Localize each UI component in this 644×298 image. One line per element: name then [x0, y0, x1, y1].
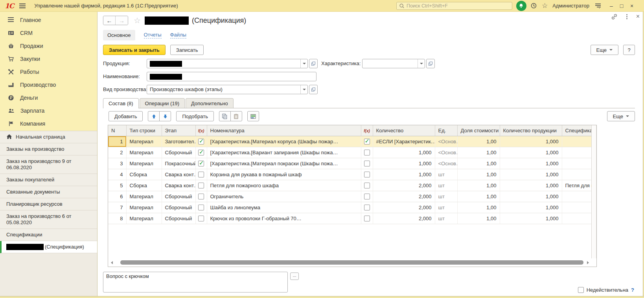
close-window-button[interactable]: × [627, 3, 637, 9]
formula-checkbox[interactable] [364, 172, 370, 177]
cell-formula-flag[interactable] [195, 158, 207, 169]
table-more-button[interactable]: Еще [607, 111, 635, 121]
cell-formula-flag-2[interactable] [361, 191, 373, 202]
cell-formula-flag-2[interactable] [361, 169, 373, 180]
history-button[interactable] [530, 2, 537, 9]
cell-nomenclature[interactable]: [Характеристика.[Вариант запирания (Шкаф… [207, 147, 361, 158]
help-button[interactable]: ? [623, 45, 635, 55]
cell-product-quantity[interactable]: 1,000 [500, 180, 562, 191]
cell-cost-share[interactable]: 1,00 [457, 191, 500, 202]
cell-cost-share[interactable]: 1,00 [457, 158, 500, 169]
service-menu-button[interactable] [595, 3, 602, 9]
formula-checkbox[interactable] [364, 194, 370, 199]
cell-unit[interactable]: шт [435, 180, 457, 191]
cell-n[interactable]: 6 [108, 191, 126, 202]
main-menu-icon[interactable] [19, 4, 26, 8]
formula-checkbox[interactable] [198, 194, 204, 199]
cell-unit[interactable]: шт [435, 213, 457, 224]
cell-formula-flag[interactable] [195, 180, 207, 191]
cell-formula-flag-2[interactable] [361, 136, 373, 147]
cell-stage[interactable]: Сварка конт… [162, 180, 195, 191]
cell-formula-flag[interactable] [195, 136, 207, 147]
scroll-left-icon[interactable] [111, 261, 113, 264]
tab-composition[interactable]: Состав (8) [103, 98, 139, 108]
col-cost-share[interactable]: Доля стоимости [457, 125, 500, 136]
notifications-button[interactable] [516, 1, 526, 11]
nav-home[interactable]: Начальная страница [0, 131, 97, 143]
cell-quantity[interactable]: 2,000 [373, 213, 435, 224]
cell-unit[interactable]: шт [435, 202, 457, 213]
formula-checkbox[interactable] [364, 161, 370, 166]
formula-checkbox[interactable] [364, 205, 370, 210]
nav-resource-planner[interactable]: Планировщик ресурсов [0, 198, 97, 210]
formula-checkbox[interactable] [198, 205, 204, 210]
product-open-button[interactable] [309, 59, 318, 68]
cell-stage[interactable]: Покрасочный [162, 158, 195, 169]
cell-quantity[interactable]: 2,000 [373, 191, 435, 202]
comment-more-button[interactable]: ... [290, 272, 299, 280]
scroll-right-icon[interactable] [587, 261, 589, 264]
cell-formula-flag-2[interactable] [361, 213, 373, 224]
comment-input[interactable]: Вопрос с крючком [103, 272, 288, 293]
copy-button[interactable] [219, 111, 231, 121]
cell-nomenclature[interactable]: Крючок из проволоки Г-образный 70… [207, 213, 361, 224]
paste-button[interactable] [230, 111, 242, 121]
forward-button[interactable]: → [116, 16, 128, 25]
cell-formula-flag[interactable] [195, 191, 207, 202]
cell-nomenclature[interactable]: Ограничитель [207, 191, 361, 202]
favorites-button[interactable]: ☆ [542, 2, 548, 10]
col-unit[interactable]: Ед. [435, 125, 457, 136]
characteristic-open-button[interactable] [426, 59, 435, 68]
formula-checkbox[interactable] [198, 183, 204, 188]
formula-checkbox[interactable] [364, 139, 370, 144]
cell-nomenclature[interactable]: [Характеристика.[Материал корпуса (Шкафы… [207, 136, 361, 147]
cell-n[interactable]: 5 [108, 180, 126, 191]
invalid-checkbox[interactable] [578, 287, 584, 293]
cell-n[interactable]: 2 [108, 147, 126, 158]
tab-main[interactable]: Основное [103, 30, 135, 40]
nav-production-order-6[interactable]: Заказ на производство 6 от 05.08.2020 [0, 210, 97, 229]
sidebar-section-crm[interactable]: CRM [0, 26, 97, 39]
sidebar-section-sales[interactable]: Продажи [0, 39, 97, 52]
cell-product-quantity[interactable]: 1,000 [500, 213, 562, 224]
cell-n[interactable]: 8 [108, 213, 126, 224]
vertical-scrollbar[interactable] [591, 125, 596, 258]
table-row[interactable]: 6 Материал Сборочный Ограничитель 2,000 … [108, 191, 597, 202]
nav-current-specification[interactable]: (Спецификация) [0, 241, 97, 253]
formula-checkbox[interactable] [364, 183, 370, 188]
cell-formula-flag-2[interactable] [361, 180, 373, 191]
cell-row-type[interactable]: Материал [126, 158, 162, 169]
cell-quantity[interactable]: 1,000 [373, 158, 435, 169]
cell-quantity[interactable]: #ЕСЛИ [Характеристик… [373, 136, 435, 147]
cell-row-type[interactable]: Материал [126, 202, 162, 213]
cell-cost-share[interactable]: 1,00 [457, 180, 500, 191]
formula-checkbox[interactable] [364, 150, 370, 155]
invalid-help-link[interactable]: ? [631, 287, 634, 293]
col-row-type[interactable]: Тип строки [126, 125, 162, 136]
cell-product-quantity[interactable]: 1,000 [500, 202, 562, 213]
cell-unit[interactable]: шт [435, 191, 457, 202]
sidebar-section-main[interactable]: Главное [0, 13, 97, 26]
cell-cost-share[interactable]: 1,00 [457, 169, 500, 180]
cell-stage[interactable]: Сварка конт… [162, 169, 195, 180]
cell-stage[interactable]: Сборочный [162, 202, 195, 213]
user-name[interactable]: Администратор [552, 3, 589, 9]
cell-formula-flag[interactable] [195, 202, 207, 213]
more-actions-button[interactable]: Еще [591, 45, 618, 55]
formula-checkbox[interactable] [198, 150, 204, 155]
save-button[interactable]: Записать [170, 45, 204, 55]
characteristic-dropdown-button[interactable] [418, 59, 425, 68]
global-search[interactable] [396, 2, 512, 10]
cell-nomenclature[interactable]: [Характеристика.[Материал покраски (Шкаф… [207, 158, 361, 169]
sidebar-section-company[interactable]: Компания [0, 117, 97, 130]
cell-row-type[interactable]: Материал [126, 191, 162, 202]
nav-customer-orders[interactable]: Заказы покупателей [0, 174, 97, 186]
cell-nomenclature[interactable]: Шайба из линолеума [207, 202, 361, 213]
cell-product-quantity[interactable]: 1,000 [500, 136, 562, 147]
sidebar-section-purchases[interactable]: Закупки [0, 52, 97, 65]
col-nomenclature[interactable]: Номенклатура [207, 125, 361, 136]
list-settings-button[interactable] [247, 111, 259, 121]
formula-checkbox[interactable] [198, 139, 204, 144]
formula-checkbox[interactable] [198, 161, 204, 166]
cell-stage[interactable]: Заготовител… [162, 136, 195, 147]
